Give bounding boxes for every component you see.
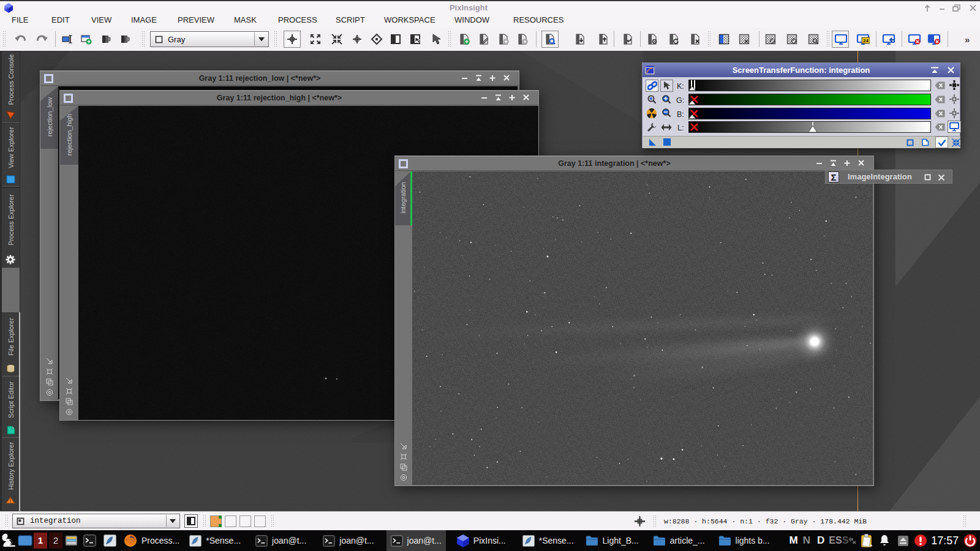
- svg-text:24: 24: [863, 38, 869, 43]
